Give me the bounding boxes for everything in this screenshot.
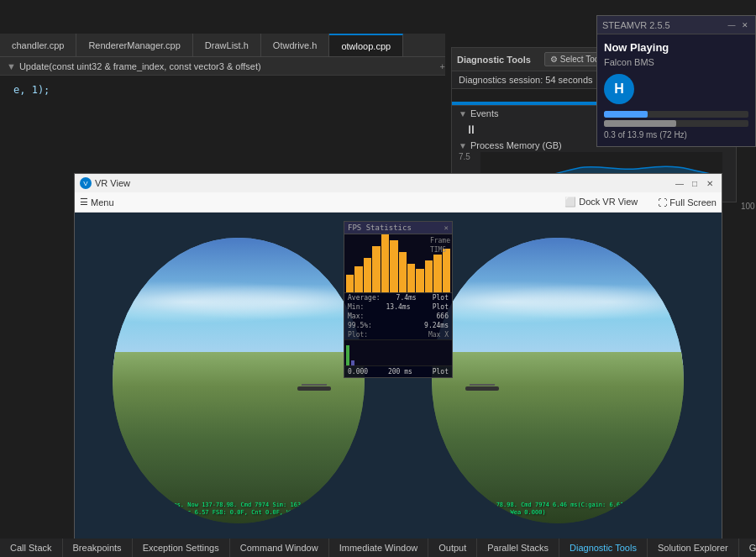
tab-breakpoints[interactable]: Breakpoints bbox=[63, 539, 133, 557]
steamvr-close-button[interactable]: ✕ bbox=[740, 20, 750, 30]
now-playing-game: Falcon BMS bbox=[604, 57, 748, 67]
diag-title: Diagnostic Tools bbox=[457, 55, 531, 65]
breadcrumb-bar: ▼ Update(const uint32 & frame_index, con… bbox=[0, 57, 445, 76]
fps-bar-11 bbox=[433, 255, 441, 292]
fps-bar-3 bbox=[364, 258, 371, 292]
status-tabs: Call Stack Breakpoints Exception Setting… bbox=[0, 539, 756, 557]
aircraft-right bbox=[457, 382, 507, 395]
fps-plot-3: Plot bbox=[433, 368, 449, 376]
steamvr-window-controls: — ✕ bbox=[727, 20, 750, 30]
tab-rendermanager[interactable]: RendererManager.cpp bbox=[76, 34, 192, 56]
tab-output[interactable]: Output bbox=[428, 539, 477, 557]
tab-diagnostic-tools[interactable]: Diagnostic Tools bbox=[559, 539, 648, 557]
vr-menu-button[interactable]: ☰ ☰ Menu Menu bbox=[80, 197, 114, 208]
steamvr-progress-bars bbox=[604, 111, 748, 127]
vr-minimize-button[interactable]: — bbox=[673, 176, 686, 190]
mem-value-label: 7.5 bbox=[459, 152, 470, 161]
tab-solution-explorer[interactable]: Solution Explorer bbox=[648, 539, 739, 557]
progress-bg-2 bbox=[604, 120, 748, 127]
code-line-1: e, 1); bbox=[13, 82, 432, 97]
fps-plot-label: Plot: Max X bbox=[344, 330, 452, 340]
fps-bar-12 bbox=[443, 249, 450, 292]
pause-button[interactable]: ⏸ bbox=[465, 123, 477, 136]
events-label: Events bbox=[470, 108, 499, 118]
tab-otwloop[interactable]: otwloop.cpp bbox=[329, 34, 403, 56]
vr-title-left: V VR View bbox=[80, 177, 130, 189]
tab-call-stack[interactable]: Call Stack bbox=[0, 539, 63, 557]
tab-parallel-stacks[interactable]: Parallel Stacks bbox=[477, 539, 559, 557]
vr-window-icon: V bbox=[80, 177, 92, 189]
breadcrumb-arrow: ▼ bbox=[7, 61, 16, 71]
vr-window: V VR View — □ ✕ ☰ ☰ Menu Menu ⬜ Dock VR … bbox=[74, 173, 722, 549]
aircraft-left bbox=[289, 382, 339, 395]
fps-chart: Frame TIMS bbox=[344, 234, 452, 293]
aircraft-body-left bbox=[297, 386, 331, 391]
expand-icon[interactable]: + bbox=[440, 61, 445, 71]
fps-header: FPS Statistics ✕ bbox=[344, 222, 452, 234]
fps-bar-9 bbox=[416, 269, 423, 292]
vr-close-button[interactable]: ✕ bbox=[703, 176, 717, 190]
fps-graph bbox=[344, 340, 452, 365]
progress-fill-2 bbox=[604, 120, 676, 127]
fps-bar-6 bbox=[390, 240, 397, 292]
steamvr-body: Now Playing Falcon BMS H 0.3 of 13.9 ms … bbox=[597, 34, 755, 146]
fps-stats-max: Max: 666 bbox=[344, 312, 452, 321]
fps-stats-avg: Average: 7.4ms Plot bbox=[344, 293, 452, 302]
fps-stats-min: Min: 13.4ms Plot bbox=[344, 302, 452, 312]
events-arrow[interactable]: ▼ bbox=[459, 109, 467, 118]
vr-fullscreen-button[interactable]: ⛶ Full Screen bbox=[658, 197, 717, 208]
fps-bottom-row: 0.000 200 ms Plot bbox=[344, 365, 452, 377]
progress-bar-2 bbox=[604, 120, 748, 127]
ide-container: chandler.cpp RendererManager.cpp DrawLis… bbox=[0, 0, 756, 557]
fps-close-button[interactable]: ✕ bbox=[444, 223, 449, 232]
fps-title: FPS Statistics bbox=[348, 223, 412, 232]
steamvr-titlebar: STEAMVR 2.5.5 — ✕ bbox=[597, 16, 755, 34]
tab-immediate-window[interactable]: Immediate Window bbox=[329, 539, 429, 557]
fps-frame-label: Frame bbox=[430, 236, 450, 245]
fps-bar-7 bbox=[399, 252, 407, 292]
mem-arrow[interactable]: ▼ bbox=[459, 141, 467, 150]
fps-overlay: FPS Statistics ✕ bbox=[344, 221, 453, 378]
ground-left bbox=[113, 352, 365, 523]
tabs-bar: chandler.cpp RendererManager.cpp DrawLis… bbox=[0, 34, 445, 57]
code-text: e, 1); bbox=[13, 84, 50, 96]
y-axis-100-container: 100 bbox=[741, 202, 756, 211]
fps-chart-labels: Frame TIMS bbox=[430, 236, 450, 255]
vr-titlebar: V VR View — □ ✕ bbox=[75, 174, 722, 192]
tab-git-changes[interactable]: Git Changes bbox=[739, 539, 756, 557]
fps-bar-1 bbox=[346, 275, 354, 292]
vr-right-eye-inner: 7.42 ms. Now 137-78.98. Cmd 7974 6.46 ms… bbox=[432, 238, 684, 523]
fps-bar-2 bbox=[354, 266, 362, 292]
tab-exception-settings[interactable]: Exception Settings bbox=[133, 539, 230, 557]
tab-chandler[interactable]: chandler.cpp bbox=[0, 34, 76, 56]
vr-win-controls: — □ ✕ bbox=[673, 176, 717, 190]
ground-right bbox=[432, 352, 684, 523]
clouds-left bbox=[113, 281, 365, 323]
tab-command-window[interactable]: Command Window bbox=[230, 539, 329, 557]
fps-graph-bar-1 bbox=[346, 345, 349, 365]
steamvr-minimize-button[interactable]: — bbox=[727, 20, 737, 30]
tab-drawlist[interactable]: DrawList.h bbox=[193, 34, 261, 56]
progress-bar-1 bbox=[604, 111, 748, 118]
steamvr-popup: STEAMVR 2.5.5 — ✕ Now Playing Falcon BMS… bbox=[596, 15, 756, 147]
breadcrumb-text: Update(const uint32 & frame_index, const… bbox=[19, 61, 261, 71]
vr-dock-button[interactable]: ⬜ Dock VR View bbox=[564, 197, 638, 208]
y-label-100: 100 bbox=[741, 202, 756, 211]
game-icon: H bbox=[604, 74, 634, 104]
fps-bar-5 bbox=[381, 234, 389, 292]
vr-left-eye: FPS: 114.7 7.42 ms. Now 137-78.98. Cmd 7… bbox=[113, 238, 365, 523]
aircraft-wing-right bbox=[470, 384, 495, 386]
vr-maximize-button[interactable]: □ bbox=[688, 176, 701, 190]
fps-max-ms: 200 ms bbox=[388, 368, 412, 376]
fps-stats-pct: 99.5%: 9.24ms bbox=[344, 321, 452, 330]
vr-right-eye: 7.42 ms. Now 137-78.98. Cmd 7974 6.46 ms… bbox=[432, 238, 684, 523]
menu-icon: ☰ bbox=[80, 197, 88, 208]
fps-graph-bar-2 bbox=[351, 360, 354, 365]
tab-otwdrive[interactable]: Otwdrive.h bbox=[261, 34, 330, 56]
steamvr-hz-label: 0.3 of 13.9 ms (72 Hz) bbox=[604, 130, 748, 139]
fps-bar-8 bbox=[407, 264, 415, 293]
hud-right-text: 7.42 ms. Now 137-78.98. Cmd 7974 6.46 ms… bbox=[436, 502, 680, 517]
vr-toolbar: ☰ ☰ Menu Menu ⬜ Dock VR View ⛶ Full Scre… bbox=[75, 192, 722, 213]
aircraft-wing-left bbox=[302, 384, 327, 386]
code-area: e, 1); bbox=[0, 76, 445, 185]
